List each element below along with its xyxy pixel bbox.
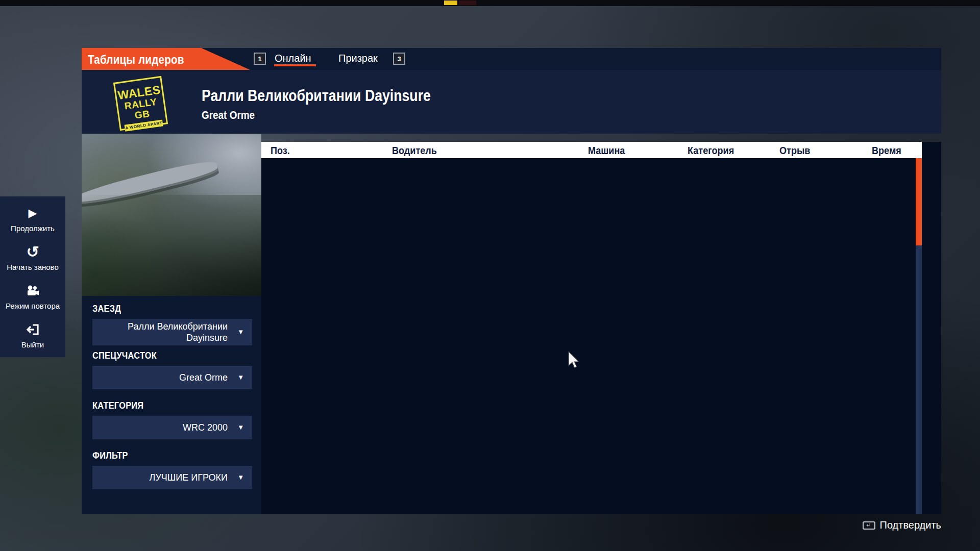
play-icon: ▶ (29, 205, 37, 222)
race-dropdown-value: Ралли Великобритании Dayinsure (110, 321, 228, 343)
top-yellow-marker (444, 1, 457, 5)
event-stage-subtitle: Great Orme (202, 109, 255, 122)
mouse-cursor (568, 351, 581, 369)
filter-group-stage: СПЕЦУЧАСТОК Great Orme ▼ (92, 350, 252, 389)
key-hint-3-label: 3 (397, 55, 401, 63)
key-hint-3: 3 (393, 53, 405, 65)
enter-key-icon: ↵ (863, 521, 875, 530)
col-driver: Водитель (392, 144, 437, 157)
filter-group-race: ЗАЕЗД Ралли Великобритании Dayinsure ▼ (92, 303, 252, 345)
race-dropdown[interactable]: Ралли Великобритании Dayinsure ▼ (92, 319, 252, 345)
tab-ghost-label: Призрак (338, 53, 378, 64)
chevron-down-icon: ▼ (237, 373, 244, 381)
chevron-down-icon: ▼ (237, 423, 244, 431)
top-dark-marker (459, 1, 476, 5)
filters-panel: ЗАЕЗД Ралли Великобритании Dayinsure ▼ С… (82, 296, 261, 514)
confirm-button[interactable]: ↵ Подтвердить (863, 519, 942, 531)
filter-stage-label: СПЕЦУЧАСТОК (92, 350, 230, 361)
stage-dropdown[interactable]: Great Orme ▼ (92, 366, 252, 389)
category-dropdown-value: WRC 2000 (183, 422, 228, 433)
leaderboard-body (261, 142, 941, 514)
continue-label: Продолжить (11, 224, 55, 233)
confirm-label: Подтвердить (880, 519, 942, 531)
col-position: Поз. (271, 144, 290, 157)
col-category: Категория (688, 144, 734, 157)
category-dropdown[interactable]: WRC 2000 ▼ (92, 416, 252, 439)
col-car: Машина (588, 144, 625, 157)
tab-online-label: Онлайн (275, 53, 311, 64)
chevron-down-icon: ▼ (237, 328, 244, 336)
side-menu: ▶ Продолжить ↺ Начать заново Режим повто… (0, 196, 65, 357)
replay-mode-label: Режим повтора (6, 302, 60, 310)
stage-dropdown-value: Great Orme (179, 372, 228, 383)
stage-photo (82, 134, 261, 296)
restart-icon: ↺ (26, 243, 39, 261)
filter-category-label: КАТЕГОРИЯ (92, 400, 230, 411)
filter-group-filter: ФИЛЬТР ЛУЧШИЕ ИГРОКИ ▼ (92, 450, 252, 489)
key-hint-1: 1 (254, 53, 266, 65)
restart-button[interactable]: ↺ Начать заново (0, 238, 65, 277)
wales-rally-gb-logo: WALES RALLY GB A WORLD APART (113, 76, 168, 131)
players-filter-dropdown-value: ЛУЧШИЕ ИГРОКИ (150, 472, 228, 483)
tab-ghost[interactable]: Призрак (338, 53, 378, 64)
col-gap: Отрыв (779, 144, 810, 157)
filter-filter-label: ФИЛЬТР (92, 450, 230, 461)
replay-camera-icon (26, 282, 40, 299)
replay-mode-button[interactable]: Режим повтора (0, 277, 65, 316)
event-header: WALES RALLY GB A WORLD APART Ралли Велик… (82, 70, 941, 134)
scrollbar-thumb[interactable] (916, 158, 922, 245)
restart-label: Начать заново (7, 263, 59, 271)
filter-race-label: ЗАЕЗД (92, 303, 230, 314)
exit-label: Выйти (21, 340, 44, 349)
leaderboards-banner-label: Таблицы лидеров (82, 48, 184, 67)
top-edge-strip (0, 0, 980, 6)
exit-button[interactable]: Выйти (0, 315, 65, 354)
exit-icon (26, 321, 40, 338)
event-title: Ралли Великобритании Dayinsure (202, 87, 431, 105)
continue-button[interactable]: ▶ Продолжить (0, 199, 65, 238)
active-tab-underline (274, 64, 316, 66)
players-filter-dropdown[interactable]: ЛУЧШИЕ ИГРОКИ ▼ (92, 466, 252, 489)
col-time: Время (872, 144, 901, 157)
key-hint-1-label: 1 (258, 55, 261, 63)
filter-group-category: КАТЕГОРИЯ WRC 2000 ▼ (92, 400, 252, 439)
chevron-down-icon: ▼ (237, 473, 244, 481)
stage-photo-cliff-shade (82, 195, 261, 296)
tab-online[interactable]: Онлайн (275, 53, 311, 64)
leaderboard-header-row: Поз. Водитель Машина Категория Отрыв Вре… (261, 142, 922, 158)
